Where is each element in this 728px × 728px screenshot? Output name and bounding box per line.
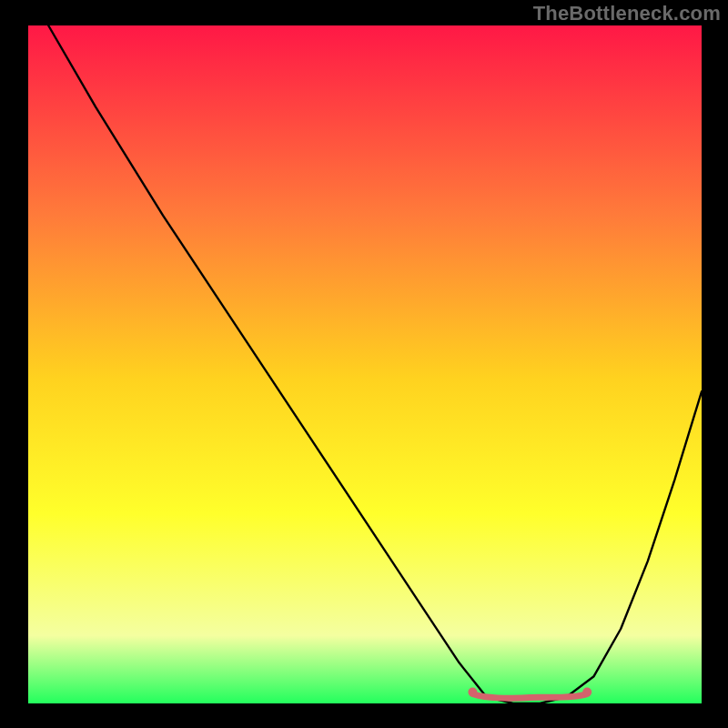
optimal-range-marker (472, 694, 587, 699)
watermark-text: TheBottleneck.com (533, 2, 721, 25)
bottleneck-chart (0, 0, 728, 728)
gradient-background (28, 25, 702, 703)
optimal-range-end-dot (582, 688, 592, 697)
chart-frame: TheBottleneck.com (0, 0, 728, 728)
optimal-range-start-dot (468, 688, 477, 697)
